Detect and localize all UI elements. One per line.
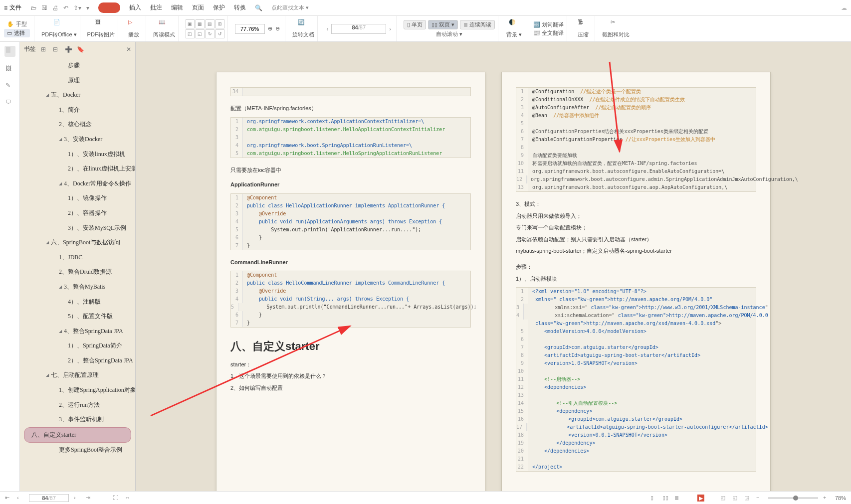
prev-page-icon[interactable]: ‹ — [327, 26, 329, 32]
bookmarks-tree[interactable]: 步骤原理五、Docker1、简介2、核心概念3、安装Docker1）、安装lin… — [20, 56, 135, 491]
sb-play-icon[interactable]: ▶ — [697, 495, 704, 502]
bm-add-icon[interactable]: ➕ — [65, 46, 72, 53]
cloud-icon[interactable]: ☁ — [841, 4, 847, 11]
bookmark-item[interactable]: 1、JDBC — [20, 250, 135, 265]
sb-zoom-value: 78% — [835, 495, 846, 501]
document-viewport[interactable]: 34 配置（META-INF/spring.factories） 1org.sp… — [136, 42, 851, 491]
select-tool[interactable]: ▭ 选择 — [4, 29, 30, 37]
print-icon[interactable]: 🖨 — [52, 4, 58, 11]
bm-close-icon[interactable]: ✕ — [126, 46, 131, 53]
bm-expand-icon[interactable]: ⊞ — [41, 46, 48, 53]
save-icon[interactable]: 🖫 — [41, 4, 47, 11]
tab-protect[interactable]: 保护 — [213, 3, 225, 12]
search-icon[interactable]: 🔍 — [255, 4, 262, 11]
sb-prev-page-icon[interactable]: ‹ — [17, 495, 24, 502]
continuous-read-btn[interactable]: ≣ 连续阅读 — [460, 20, 495, 29]
page-left: 34 配置（META-INF/spring.factories） 1org.sp… — [216, 72, 485, 491]
attachments-rail-icon[interactable]: ✎ — [5, 82, 14, 91]
auto-scroll[interactable]: 自动滚动 ▾ — [436, 30, 462, 38]
pdf-to-image[interactable]: 🖼PDF转图片 — [84, 16, 118, 41]
bookmarks-rail-icon[interactable]: ☰ — [4, 46, 15, 57]
play-button[interactable]: ▷播放 — [122, 16, 146, 41]
sb-zoom-out-icon[interactable]: − — [756, 495, 763, 502]
mode-label: 3、模式： — [516, 200, 756, 209]
bookmark-item[interactable]: 5）、配置文件版 — [20, 309, 135, 324]
tab-start[interactable]: 开始 — [98, 2, 120, 13]
bm-bookmark-icon[interactable]: 🔖 — [77, 46, 84, 53]
sb-first-page-icon[interactable]: ⇤ — [5, 495, 12, 502]
bookmark-item[interactable]: 4、Docker常用命令&操作 — [20, 176, 135, 191]
bookmark-item[interactable]: 2）、在linux虚拟机上安装docker — [20, 162, 135, 176]
tab-convert[interactable]: 转换 — [234, 3, 246, 12]
sb-view1-icon[interactable]: ▯ — [650, 495, 657, 502]
sb-page-box[interactable]: 84/87 — [29, 494, 69, 502]
next-page-icon[interactable]: › — [389, 26, 391, 32]
sb-fit-width-icon[interactable]: ↔ — [125, 495, 132, 502]
bookmark-item[interactable]: 4）、注解版 — [20, 295, 135, 310]
bookmark-item[interactable]: 1、创建SpringApplication对象 — [20, 383, 135, 398]
bookmark-item[interactable]: 2）、容器操作 — [20, 206, 135, 221]
tab-page[interactable]: 页面 — [192, 3, 204, 12]
sb-layout1-icon[interactable]: ◰ — [720, 495, 727, 502]
sb-layout2-icon[interactable]: ◱ — [732, 495, 739, 502]
steps-label: 步骤： — [516, 263, 756, 272]
zoom-out-icon[interactable]: ⊖ — [275, 25, 280, 32]
bookmark-item[interactable]: 更多SpringBoot整合示例 — [20, 443, 135, 458]
view-mode-grid[interactable]: ▣▦▤⊞ ◰◱↻↺ — [186, 19, 224, 38]
bookmark-item[interactable]: 2、核心概念 — [20, 117, 135, 132]
sb-zoom-in-icon[interactable]: + — [823, 495, 830, 502]
open-icon[interactable]: 🗁 — [30, 4, 36, 11]
single-page-btn[interactable]: ▯ 单页 — [404, 20, 426, 29]
sb-zoom-slider[interactable] — [768, 497, 818, 499]
read-mode[interactable]: 📖阅读模式 — [150, 16, 179, 41]
comments-rail-icon[interactable]: 🗨 — [5, 99, 14, 108]
bookmark-item[interactable]: 3、整合MyBatis — [20, 280, 135, 295]
rotate-doc[interactable]: 🔄旋转文档 — [289, 16, 318, 41]
bookmark-item[interactable]: 原理 — [20, 73, 135, 88]
sb-view2-icon[interactable]: ▯▯ — [662, 495, 669, 502]
bookmark-item[interactable]: 五、Docker — [20, 88, 135, 103]
bookmark-item[interactable]: 1）、镜像操作 — [20, 191, 135, 206]
bookmark-item[interactable]: 2、运行run方法 — [20, 398, 135, 413]
bookmark-item[interactable]: 3）、安装MySQL示例 — [20, 221, 135, 236]
thumbnails-rail-icon[interactable]: 🖼 — [5, 65, 14, 74]
statusbar: ⇤ ‹ 84/87 › ⇥ ⛶ ↔ ▯ ▯▯ ≣ ▶ ◰ ◱ ◲ − + 78% — [0, 491, 851, 504]
share-icon[interactable]: ⇪▾ — [73, 4, 81, 11]
file-menu[interactable]: ≡ 文件 — [4, 3, 21, 12]
page-number-input[interactable]: 84/87 — [331, 24, 386, 34]
bookmark-item[interactable]: 3、安装Docker — [20, 132, 135, 147]
sb-next-page-icon[interactable]: › — [74, 495, 81, 502]
tab-edit[interactable]: 编辑 — [171, 3, 183, 12]
more-icon[interactable]: ▾ — [86, 4, 89, 11]
pdf-to-office[interactable]: 📄PDF转Office ▾ — [38, 16, 80, 41]
tab-annotate[interactable]: 批注 — [150, 3, 162, 12]
bookmark-item[interactable]: 步骤 — [20, 58, 135, 73]
bookmark-item[interactable]: 六、SpringBoot与数据访问 — [20, 235, 135, 250]
sb-view3-icon[interactable]: ≣ — [674, 495, 681, 502]
tab-insert[interactable]: 插入 — [129, 3, 141, 12]
sb-last-page-icon[interactable]: ⇥ — [86, 495, 93, 502]
bookmark-item[interactable]: 1、简介 — [20, 103, 135, 118]
bookmark-item[interactable]: 2、整合Druid数据源 — [20, 265, 135, 280]
bookmark-item[interactable]: 2）、整合SpringData JPA — [20, 353, 135, 368]
bm-collapse-icon[interactable]: ⊟ — [53, 46, 60, 53]
undo-icon[interactable]: ↶ — [63, 4, 68, 11]
bookmark-item[interactable]: 八、自定义starter — [24, 427, 131, 443]
double-page-btn[interactable]: ▯▯ 双页 ▾ — [428, 20, 458, 29]
bookmark-item[interactable]: 3、事件监听机制 — [20, 412, 135, 427]
zoom-input[interactable] — [235, 24, 265, 34]
sb-fit-page-icon[interactable]: ⛶ — [113, 495, 120, 502]
search-placeholder[interactable]: 点此查找文本 ▾ — [271, 4, 309, 11]
zoom-in-icon[interactable]: ⊕ — [268, 25, 272, 32]
hand-tool[interactable]: ✋ 手型 — [4, 20, 30, 28]
screenshot-compare[interactable]: ✂截图和对比 — [599, 16, 633, 41]
bookmark-item[interactable]: 1）、SpringData简介 — [20, 338, 135, 353]
background-menu[interactable]: 🌓背景 ▾ — [502, 16, 526, 41]
bookmark-item[interactable]: 七、启动配置原理 — [20, 368, 135, 383]
compress-btn[interactable]: 🗜压缩 — [571, 16, 595, 41]
bookmark-item[interactable]: 1）、安装linux虚拟机 — [20, 147, 135, 162]
word-translate[interactable]: 🔤 划词翻译 — [533, 21, 564, 28]
sb-layout3-icon[interactable]: ◲ — [744, 495, 751, 502]
bookmark-item[interactable]: 4、整合SpringData JPA — [20, 324, 135, 339]
full-translate[interactable]: 📰 全文翻译 — [533, 29, 564, 37]
